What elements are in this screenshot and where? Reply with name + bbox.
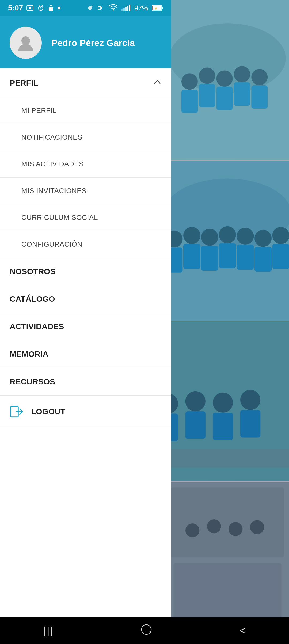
svg-rect-8	[199, 84, 215, 107]
svg-point-31	[213, 393, 233, 413]
home-button[interactable]	[140, 624, 152, 638]
svg-point-32	[240, 390, 260, 410]
svg-point-30	[185, 391, 206, 411]
svg-point-41	[207, 519, 221, 533]
svg-rect-22	[183, 244, 200, 269]
svg-point-47	[39, 6, 43, 10]
svg-point-5	[234, 66, 250, 82]
svg-point-43	[250, 520, 264, 534]
background-photos	[166, 0, 289, 644]
svg-rect-11	[251, 85, 268, 109]
logout-icon	[10, 405, 24, 419]
svg-line-49	[39, 5, 40, 5]
svg-rect-24	[219, 243, 236, 268]
menu-item-memoria[interactable]: MEMORIA	[0, 340, 171, 368]
avatar	[10, 27, 42, 59]
svg-rect-7	[181, 90, 198, 113]
svg-rect-62	[162, 7, 163, 9]
status-bar: 5:07 97% ⚡	[0, 0, 171, 16]
svg-point-17	[219, 226, 236, 243]
svg-point-15	[183, 227, 200, 244]
svg-rect-57	[123, 8, 125, 11]
battery-icon: ⚡	[152, 5, 163, 11]
menu-item-mi-perfil[interactable]: MI PERFIL	[0, 97, 171, 124]
back-button[interactable]: <	[239, 625, 245, 637]
menu-item-mis-invitaciones[interactable]: MIS INVITACIONES	[0, 178, 171, 204]
lock-icon	[48, 4, 54, 12]
menu-item-curriculum-social[interactable]: CURRÍCULUM SOCIAL	[0, 204, 171, 231]
section-perfil-title: PERFIL	[10, 78, 38, 87]
menu-item-configuracion[interactable]: CONFIGURACIÓN	[0, 231, 171, 258]
svg-rect-26	[254, 247, 272, 272]
svg-rect-56	[121, 9, 123, 11]
svg-rect-39	[171, 487, 284, 557]
svg-point-19	[254, 230, 272, 247]
svg-point-6	[251, 69, 268, 85]
svg-rect-10	[234, 82, 250, 106]
svg-rect-51	[49, 7, 53, 11]
menu-item-mis-actividades[interactable]: MIS ACTIVIDADES	[0, 151, 171, 178]
chevron-up-icon	[153, 78, 162, 88]
svg-point-46	[29, 7, 31, 9]
svg-rect-54	[98, 6, 101, 10]
menu-item-recursos[interactable]: RECURSOS	[0, 368, 171, 396]
svg-rect-68	[142, 625, 151, 634]
svg-rect-34	[185, 411, 206, 439]
svg-point-55	[112, 9, 114, 11]
logout-button[interactable]: LOGOUT	[0, 396, 171, 428]
dot-icon	[57, 6, 61, 10]
svg-rect-25	[237, 245, 254, 270]
drawer-body: PERFIL MI PERFIL NOTIFICACIONES MIS ACTI…	[0, 68, 171, 644]
status-time: 5:07	[8, 4, 23, 12]
camera-icon	[86, 4, 94, 12]
svg-point-65	[21, 36, 30, 45]
svg-rect-35	[213, 413, 233, 440]
svg-point-42	[229, 522, 242, 536]
svg-rect-60	[129, 5, 130, 11]
wifi-icon	[109, 4, 118, 12]
svg-point-40	[185, 523, 199, 537]
menu-item-actividades[interactable]: ACTIVIDADES	[0, 313, 171, 340]
menu-item-notificaciones[interactable]: NOTIFICACIONES	[0, 124, 171, 151]
svg-rect-36	[240, 410, 260, 438]
alarm-icon	[37, 4, 44, 12]
svg-point-18	[237, 228, 254, 245]
svg-rect-58	[125, 7, 127, 11]
drawer-header: Pedro Pérez García	[0, 16, 171, 68]
bg-photo-3	[166, 321, 289, 482]
user-name: Pedro Pérez García	[51, 38, 135, 48]
svg-rect-27	[272, 244, 289, 269]
svg-line-50	[42, 5, 43, 5]
status-bar-right: 97% ⚡	[86, 4, 163, 12]
svg-point-3	[199, 68, 215, 84]
battery-text: 97%	[134, 4, 148, 12]
bg-photo-1	[166, 0, 289, 161]
user-avatar-icon	[16, 33, 35, 52]
android-navbar: ||| <	[0, 617, 289, 644]
bg-photo-2	[166, 161, 289, 321]
signal-icon	[121, 4, 131, 12]
svg-point-16	[201, 229, 218, 246]
recent-apps-button[interactable]: |||	[44, 625, 54, 636]
svg-point-4	[216, 70, 233, 87]
status-bar-left: 5:07	[8, 4, 61, 12]
mute-icon	[97, 4, 105, 12]
svg-rect-37	[166, 449, 289, 467]
svg-rect-9	[216, 87, 233, 110]
section-perfil[interactable]: PERFIL	[0, 68, 171, 97]
menu-item-nosotros[interactable]: NOSOTROS	[0, 258, 171, 285]
svg-rect-59	[127, 6, 128, 11]
svg-text:⚡: ⚡	[154, 7, 158, 10]
svg-point-20	[272, 227, 289, 244]
svg-point-53	[91, 6, 93, 7]
logout-label: LOGOUT	[31, 407, 65, 416]
menu-item-catalogo[interactable]: CATÁLOGO	[0, 285, 171, 313]
screen-record-icon	[26, 4, 34, 12]
navigation-drawer: 5:07 97% ⚡ Pedro Pérez García	[0, 0, 171, 644]
svg-rect-23	[201, 246, 218, 271]
svg-point-2	[181, 73, 198, 90]
svg-point-52	[58, 7, 60, 9]
